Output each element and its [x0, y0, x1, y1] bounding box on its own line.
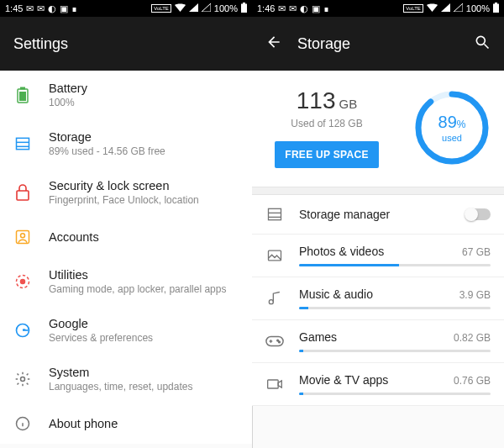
svg-rect-29 — [266, 337, 283, 346]
clock: 1:46 — [257, 3, 275, 13]
row-sub: Fingerprint, Face Unlock, location — [49, 194, 239, 206]
category-label: Games — [299, 330, 337, 344]
category-photos-videos[interactable]: Photos & videos67 GB — [252, 235, 504, 277]
total-line: Used of 128 GB — [265, 118, 388, 129]
battery-icon — [241, 3, 247, 14]
svg-point-33 — [279, 341, 281, 343]
storage-icon — [13, 134, 32, 153]
search-icon[interactable] — [474, 34, 491, 54]
svg-point-12 — [21, 280, 25, 284]
notif-icon: ∎ — [323, 3, 329, 14]
settings-row-about-phone[interactable]: About phone — [0, 403, 252, 444]
settings-row-google[interactable]: GoogleServices & preferences — [0, 306, 252, 355]
volte-icon: VoLTE — [151, 4, 171, 13]
settings-list: Battery100%Storage89% used - 14.56 GB fr… — [0, 71, 252, 444]
category-label: Movie & TV apps — [299, 373, 388, 387]
battery-icon — [13, 86, 32, 104]
row-sub: Gaming mode, app locker, parallel apps — [49, 283, 239, 295]
category-value: 67 GB — [462, 246, 491, 258]
svg-rect-34 — [268, 380, 279, 388]
row-sub: Services & preferences — [49, 332, 239, 344]
svg-point-10 — [21, 234, 25, 238]
notif-icon: ✉ — [37, 3, 45, 14]
category-list: Photos & videos67 GBMusic & audio3.9 GBG… — [252, 235, 504, 406]
storage-summary: 113GB Used of 128 GB FREE UP SPACE 89% u… — [252, 71, 504, 187]
battery-text: 100% — [214, 3, 238, 13]
settings-row-system[interactable]: SystemLanguages, time, reset, updates — [0, 355, 252, 403]
storage-manager-row[interactable]: Storage manager — [252, 195, 504, 235]
svg-rect-18 — [493, 4, 499, 13]
wifi-icon — [175, 3, 186, 13]
svg-point-28 — [269, 300, 273, 304]
app-bar: Storage — [252, 17, 504, 71]
battery-text: 100% — [466, 3, 490, 13]
about-icon — [13, 414, 32, 433]
svg-rect-24 — [269, 208, 281, 219]
notif-icon: ▣ — [312, 3, 320, 14]
usage-ring: 89% used — [413, 89, 491, 166]
back-icon[interactable] — [265, 34, 282, 54]
battery-icon — [493, 3, 499, 14]
section-gap — [252, 187, 504, 195]
row-label: Security & lock screen — [49, 179, 239, 192]
svg-rect-8 — [17, 191, 29, 200]
storage-screen: 1:46 ✉ ✉ ◐ ▣ ∎ VoLTE 100% — [252, 0, 504, 448]
status-bar: 1:45 ✉ ✉ ◐ ▣ ∎ VoLTE 100% — [0, 0, 252, 17]
category-bar — [299, 264, 491, 266]
row-label: Utilities — [49, 268, 239, 282]
clock: 1:45 — [5, 3, 23, 13]
utilities-icon — [13, 272, 32, 291]
settings-row-security-lock-screen[interactable]: Security & lock screenFingerprint, Face … — [0, 168, 252, 217]
category-label: Music & audio — [299, 287, 373, 301]
settings-row-battery[interactable]: Battery100% — [0, 71, 252, 119]
app-bar: Settings — [0, 17, 252, 71]
used-amount: 113GB — [265, 87, 388, 114]
google-icon — [13, 321, 32, 340]
row-sub: 89% used - 14.56 GB free — [49, 145, 239, 157]
notif-icon: ◐ — [48, 3, 56, 14]
svg-rect-0 — [241, 4, 247, 13]
settings-row-storage[interactable]: Storage89% used - 14.56 GB free — [0, 119, 252, 168]
svg-rect-4 — [19, 92, 26, 101]
storage-manager-toggle[interactable] — [465, 208, 491, 220]
row-label: Storage — [49, 130, 239, 144]
notif-icon: ✉ — [26, 3, 34, 14]
notif-icon: ▣ — [60, 3, 68, 14]
svg-point-20 — [476, 36, 485, 45]
settings-row-accounts[interactable]: Accounts — [0, 217, 252, 257]
row-label: Battery — [49, 82, 239, 95]
notif-icon: ✉ — [278, 3, 286, 14]
svg-rect-3 — [20, 87, 25, 90]
svg-line-21 — [485, 45, 489, 49]
svg-rect-5 — [17, 138, 29, 149]
storage-icon — [265, 205, 284, 224]
category-label: Photos & videos — [299, 245, 384, 258]
ring-percent: 89 — [438, 113, 457, 131]
system-icon — [13, 370, 32, 388]
svg-rect-27 — [269, 250, 281, 261]
settings-row-utilities[interactable]: UtilitiesGaming mode, app locker, parall… — [0, 257, 252, 306]
category-value: 3.9 GB — [459, 289, 491, 301]
notif-icon: ◐ — [300, 3, 308, 14]
movie-icon — [265, 375, 284, 393]
svg-rect-1 — [243, 3, 245, 4]
category-bar — [299, 307, 491, 309]
page-title: Storage — [297, 35, 350, 53]
row-label: About phone — [49, 417, 239, 430]
category-movie-tv-apps[interactable]: Movie & TV apps0.76 GB — [252, 363, 504, 406]
signal-icon — [441, 3, 450, 13]
music-icon — [265, 289, 284, 308]
row-label: Accounts — [49, 230, 239, 244]
category-games[interactable]: Games0.82 GB — [252, 320, 504, 363]
category-value: 0.76 GB — [454, 375, 491, 387]
svg-point-32 — [277, 340, 279, 341]
status-bar: 1:46 ✉ ✉ ◐ ▣ ∎ VoLTE 100% — [252, 0, 504, 17]
account-icon — [13, 228, 32, 246]
signal-icon — [454, 3, 463, 13]
category-music-audio[interactable]: Music & audio3.9 GB — [252, 277, 504, 320]
row-sub: Languages, time, reset, updates — [49, 381, 239, 393]
free-up-space-button[interactable]: FREE UP SPACE — [275, 141, 378, 168]
row-label: Google — [49, 317, 239, 330]
signal-icon — [189, 3, 198, 13]
wifi-icon — [427, 3, 438, 13]
